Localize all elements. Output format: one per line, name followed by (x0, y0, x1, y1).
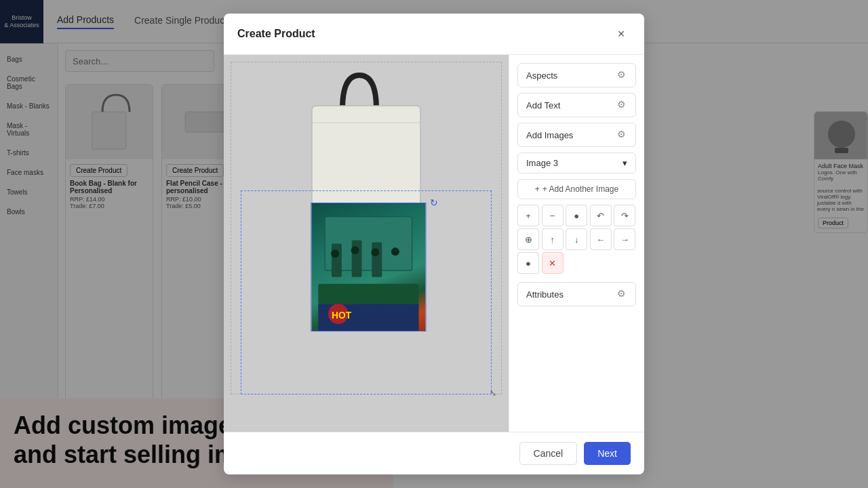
svg-point-15 (351, 246, 359, 254)
modal-footer: Cancel Next (224, 432, 644, 474)
attributes-label: Attributes (526, 289, 564, 300)
canvas-image[interactable]: HOT (311, 203, 426, 331)
plus-icon: + (535, 184, 540, 194)
tool-add-btn[interactable]: + (517, 205, 539, 226)
image-selector-value: Image 3 (526, 158, 558, 168)
svg-point-16 (371, 248, 379, 256)
add-text-button[interactable]: Add Text ⚙ (517, 93, 636, 117)
modal-title: Create Product (237, 28, 315, 40)
svg-rect-10 (318, 284, 418, 304)
cancel-button[interactable]: Cancel (519, 442, 578, 465)
aspects-label: Aspects (526, 70, 557, 81)
printing-machine-image: HOT (311, 203, 425, 331)
modal-header: Create Product × (224, 14, 644, 55)
svg-rect-8 (352, 240, 362, 277)
add-text-icon: ⚙ (615, 99, 627, 111)
attributes-button[interactable]: Attributes ⚙ (517, 282, 636, 306)
tool-up-btn[interactable]: ↑ (542, 228, 564, 250)
modal-body: HOT ↻ ⤡ As (224, 55, 644, 432)
add-images-button[interactable]: Add Images ⚙ (517, 123, 636, 147)
svg-rect-7 (332, 243, 342, 277)
canvas-panel: HOT ↻ ⤡ (224, 55, 509, 432)
image-selector[interactable]: Image 3 ▾ (517, 152, 636, 174)
tool-remove-btn[interactable]: − (542, 205, 564, 226)
tool-left-btn[interactable]: ← (590, 228, 612, 250)
tool-grid: + − ● ↶ ↷ ⊕ ↑ ↓ ← → ● ✕ (517, 205, 636, 274)
tool-delete-btn[interactable]: ✕ (542, 252, 564, 274)
tool-down-btn[interactable]: ↓ (566, 228, 587, 250)
add-another-image-button[interactable]: + + Add Another Image (517, 179, 636, 199)
tool-circle-btn[interactable]: ● (566, 205, 587, 226)
attributes-icon: ⚙ (615, 288, 627, 300)
add-text-label: Add Text (526, 100, 560, 110)
aspects-icon: ⚙ (615, 69, 627, 81)
tool-right-btn[interactable]: → (614, 228, 635, 250)
tool-more-btn[interactable]: ⊕ (517, 228, 539, 250)
image-selector-chevron: ▾ (623, 158, 627, 168)
tool-rotate-right-btn[interactable]: ↷ (614, 205, 635, 226)
tool-rotate-left-btn[interactable]: ↶ (590, 205, 612, 226)
svg-rect-9 (372, 242, 382, 277)
aspects-button[interactable]: Aspects ⚙ (517, 63, 636, 87)
modal-close-button[interactable]: × (612, 24, 631, 43)
canvas-area[interactable]: HOT ↻ ⤡ (224, 55, 509, 432)
svg-text:HOT: HOT (332, 310, 352, 321)
add-images-icon: ⚙ (615, 129, 627, 141)
tools-panel: Aspects ⚙ Add Text ⚙ Add Images ⚙ Image … (509, 55, 644, 432)
resize-handle[interactable]: ⤡ (490, 388, 496, 398)
next-button[interactable]: Next (584, 442, 631, 465)
create-product-modal: Create Product × (224, 14, 644, 474)
add-images-label: Add Images (526, 130, 573, 140)
tool-circle2-btn[interactable]: ● (517, 252, 539, 274)
add-another-label: + Add Another Image (542, 184, 618, 194)
svg-point-17 (391, 247, 399, 256)
svg-point-14 (331, 249, 339, 258)
rotate-handle[interactable]: ↻ (430, 197, 438, 208)
